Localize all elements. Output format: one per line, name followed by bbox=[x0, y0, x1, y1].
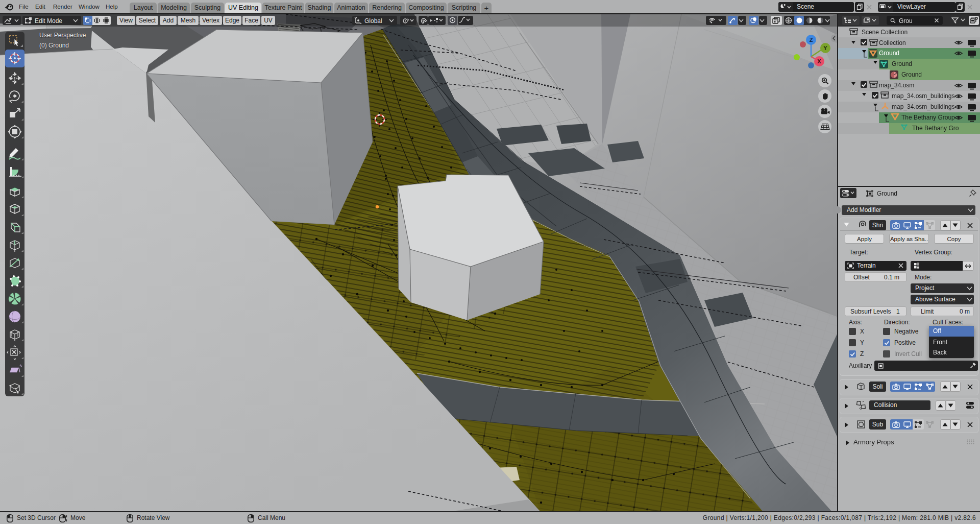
svg-text:Collection: Collection bbox=[879, 39, 906, 46]
svg-text:The Bethany Group: The Bethany Group bbox=[901, 114, 955, 121]
svg-text:X: X bbox=[817, 58, 821, 64]
svg-text:Ground: Ground bbox=[901, 71, 922, 78]
svg-text:Ground: Ground bbox=[879, 50, 899, 57]
svg-text:Z: Z bbox=[810, 37, 813, 43]
svg-text:Y: Y bbox=[823, 45, 827, 51]
svg-text:map_34.osm_buildings: map_34.osm_buildings bbox=[892, 92, 954, 100]
svg-text:map_34.osm_buildings: map_34.osm_buildings bbox=[892, 103, 954, 110]
svg-text:The Bethany Gro: The Bethany Gro bbox=[912, 125, 959, 132]
svg-text:map_34.osm: map_34.osm bbox=[879, 82, 914, 89]
svg-text:Ground: Ground bbox=[892, 60, 912, 67]
svg-text:Scene Collection: Scene Collection bbox=[862, 29, 908, 36]
